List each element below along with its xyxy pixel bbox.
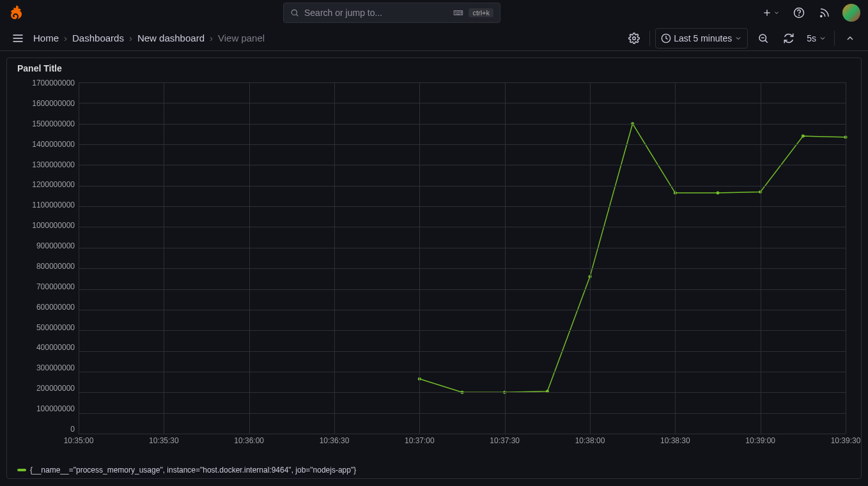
- help-icon: [793, 7, 805, 19]
- search-placeholder: Search or jump to...: [304, 8, 382, 18]
- search-kbd: ctrl+k: [469, 8, 493, 17]
- timerange-label: Last 5 minutes: [674, 33, 732, 43]
- refresh-icon: [783, 33, 794, 44]
- plot-area: [79, 82, 846, 434]
- breadcrumb: Home › Dashboards › New dashboard › View…: [33, 33, 265, 43]
- svg-point-24: [802, 135, 805, 138]
- x-axis: 10:35:0010:35:3010:36:0010:36:3010:37:00…: [79, 436, 846, 449]
- panel: Panel Title 1700000000160000000015000000…: [6, 57, 862, 479]
- top-bar: Search or jump to... ⌨ ctrl+k: [0, 0, 868, 26]
- timerange-picker[interactable]: Last 5 minutes: [655, 28, 748, 49]
- zoom-out-button[interactable]: [753, 28, 773, 49]
- hamburger-icon: [12, 32, 24, 45]
- settings-button[interactable]: [624, 28, 644, 49]
- chevron-down-icon: [773, 10, 780, 16]
- breadcrumb-current: View panel: [218, 33, 265, 43]
- news-button[interactable]: [814, 3, 835, 23]
- plus-icon: [762, 8, 772, 18]
- breadcrumb-new[interactable]: New dashboard: [137, 33, 205, 43]
- legend[interactable]: {__name__="process_memory_usage", instan…: [17, 466, 356, 475]
- refresh-interval[interactable]: 5s: [804, 28, 829, 49]
- svg-point-6: [821, 15, 822, 17]
- svg-point-22: [717, 192, 720, 195]
- menu-toggle[interactable]: [8, 28, 28, 49]
- svg-line-1: [296, 14, 298, 16]
- add-menu[interactable]: [758, 3, 784, 23]
- clock-icon: [661, 33, 671, 43]
- chevron-down-icon: [734, 34, 742, 42]
- chevron-down-icon: [819, 34, 826, 42]
- legend-label: {__name__="process_memory_usage", instan…: [30, 466, 356, 475]
- panel-title: Panel Title: [17, 63, 851, 73]
- rss-icon: [819, 7, 830, 19]
- collapse-button[interactable]: [840, 28, 860, 49]
- search-input[interactable]: Search or jump to... ⌨ ctrl+k: [283, 3, 500, 23]
- avatar[interactable]: [842, 4, 860, 22]
- breadcrumb-dashboards[interactable]: Dashboards: [72, 33, 124, 43]
- refresh-button[interactable]: [779, 28, 799, 49]
- gear-icon: [628, 33, 640, 44]
- svg-line-13: [765, 40, 768, 43]
- svg-point-0: [291, 10, 297, 15]
- chart[interactable]: 1700000000160000000015000000001400000000…: [17, 79, 851, 449]
- svg-point-5: [799, 15, 800, 15]
- search-icon: [290, 8, 299, 17]
- svg-point-10: [633, 36, 636, 40]
- legend-swatch: [17, 469, 26, 471]
- help-button[interactable]: [789, 3, 809, 23]
- y-axis: 1700000000160000000015000000001400000000…: [17, 79, 79, 434]
- breadcrumb-home[interactable]: Home: [33, 33, 59, 43]
- refresh-interval-label: 5s: [807, 33, 816, 43]
- chevron-up-icon: [845, 33, 855, 43]
- zoom-out-icon: [757, 33, 769, 44]
- nav-bar: Home › Dashboards › New dashboard › View…: [0, 26, 868, 51]
- grafana-logo[interactable]: [8, 4, 26, 22]
